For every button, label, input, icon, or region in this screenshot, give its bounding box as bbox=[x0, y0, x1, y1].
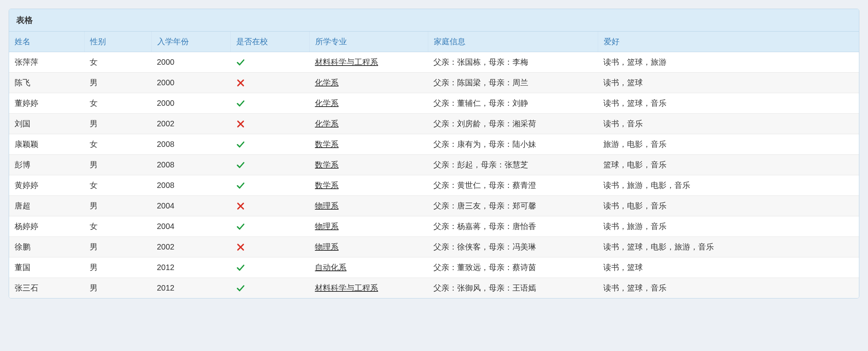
data-table: 姓名 性别 入学年份 是否在校 所学专业 家庭信息 爱好 张萍萍女2000材料科… bbox=[9, 32, 859, 298]
cell-family: 父亲：彭起，母亲：张慧芝 bbox=[428, 155, 598, 175]
cell-oncampus bbox=[230, 155, 309, 175]
col-header-name[interactable]: 姓名 bbox=[9, 32, 84, 52]
cell-year: 2004 bbox=[151, 216, 230, 237]
cell-name: 徐鹏 bbox=[9, 237, 84, 257]
cell-major: 化学系 bbox=[309, 114, 428, 134]
cell-gender: 男 bbox=[84, 73, 151, 93]
major-link[interactable]: 化学系 bbox=[315, 99, 339, 107]
col-header-gender[interactable]: 性别 bbox=[84, 32, 151, 52]
cell-year: 2008 bbox=[151, 134, 230, 155]
cell-gender: 男 bbox=[84, 237, 151, 257]
cell-family: 父亲：刘房龄，母亲：湘采荷 bbox=[428, 114, 598, 134]
cell-major: 物理系 bbox=[309, 216, 428, 237]
cell-gender: 女 bbox=[84, 134, 151, 155]
cell-family: 父亲：杨嘉蒋，母亲：唐怡香 bbox=[428, 216, 598, 237]
cell-major: 数学系 bbox=[309, 175, 428, 196]
cell-family: 父亲：康有为，母亲：陆小妹 bbox=[428, 134, 598, 155]
table-row[interactable]: 董婷婷女2000化学系父亲：董辅仁，母亲：刘静读书，篮球，音乐 bbox=[9, 93, 859, 114]
cell-gender: 男 bbox=[84, 257, 151, 278]
check-icon bbox=[236, 99, 245, 108]
table-row[interactable]: 陈飞男2000化学系父亲：陈国梁，母亲：周兰读书，篮球 bbox=[9, 73, 859, 93]
cell-name: 董婷婷 bbox=[9, 93, 84, 114]
cell-gender: 女 bbox=[84, 216, 151, 237]
cell-oncampus bbox=[230, 52, 309, 73]
cell-oncampus bbox=[230, 134, 309, 155]
cell-family: 父亲：陈国梁，母亲：周兰 bbox=[428, 73, 598, 93]
major-link[interactable]: 数学系 bbox=[315, 181, 339, 190]
cell-gender: 男 bbox=[84, 155, 151, 175]
major-link[interactable]: 化学系 bbox=[315, 119, 339, 128]
check-icon bbox=[236, 160, 245, 170]
major-link[interactable]: 物理系 bbox=[315, 222, 339, 231]
cell-oncampus bbox=[230, 93, 309, 114]
cell-oncampus bbox=[230, 175, 309, 196]
cell-year: 2000 bbox=[151, 73, 230, 93]
table-row[interactable]: 徐鹏男2002物理系父亲：徐侠客，母亲：冯美琳读书，篮球，电影，旅游，音乐 bbox=[9, 237, 859, 257]
cell-name: 刘国 bbox=[9, 114, 84, 134]
cell-year: 2000 bbox=[151, 93, 230, 114]
cell-family: 父亲：黄世仁，母亲：蔡青澄 bbox=[428, 175, 598, 196]
major-link[interactable]: 化学系 bbox=[315, 78, 339, 87]
major-link[interactable]: 材料科学与工程系 bbox=[315, 283, 378, 292]
table-row[interactable]: 唐超男2004物理系父亲：唐三友，母亲：郑可馨读书，电影，音乐 bbox=[9, 196, 859, 216]
cross-icon bbox=[236, 78, 245, 88]
cell-hobby: 旅游，电影，音乐 bbox=[598, 134, 859, 155]
cell-family: 父亲：唐三友，母亲：郑可馨 bbox=[428, 196, 598, 216]
cell-oncampus bbox=[230, 278, 309, 298]
table-row[interactable]: 黄婷婷女2008数学系父亲：黄世仁，母亲：蔡青澄读书，旅游，电影，音乐 bbox=[9, 175, 859, 196]
cell-year: 2008 bbox=[151, 155, 230, 175]
major-link[interactable]: 物理系 bbox=[315, 201, 339, 210]
cell-major: 化学系 bbox=[309, 93, 428, 114]
cell-hobby: 读书，电影，音乐 bbox=[598, 196, 859, 216]
cell-name: 康颖颖 bbox=[9, 134, 84, 155]
major-link[interactable]: 材料科学与工程系 bbox=[315, 58, 378, 66]
cell-major: 材料科学与工程系 bbox=[309, 52, 428, 73]
cell-family: 父亲：张国栋，母亲：李梅 bbox=[428, 52, 598, 73]
cell-name: 董国 bbox=[9, 257, 84, 278]
major-link[interactable]: 数学系 bbox=[315, 160, 339, 169]
cell-hobby: 读书，篮球 bbox=[598, 73, 859, 93]
cell-family: 父亲：董辅仁，母亲：刘静 bbox=[428, 93, 598, 114]
cross-icon bbox=[236, 242, 245, 252]
cell-year: 2012 bbox=[151, 257, 230, 278]
col-header-hobby[interactable]: 爱好 bbox=[598, 32, 859, 52]
cell-oncampus bbox=[230, 114, 309, 134]
table-row[interactable]: 康颖颖女2008数学系父亲：康有为，母亲：陆小妹旅游，电影，音乐 bbox=[9, 134, 859, 155]
table-row[interactable]: 彭博男2008数学系父亲：彭起，母亲：张慧芝篮球，电影，音乐 bbox=[9, 155, 859, 175]
cell-year: 2012 bbox=[151, 278, 230, 298]
col-header-family[interactable]: 家庭信息 bbox=[428, 32, 598, 52]
col-header-major[interactable]: 所学专业 bbox=[309, 32, 428, 52]
major-link[interactable]: 物理系 bbox=[315, 242, 339, 251]
table-panel: 表格 姓名 性别 入学年份 是否在校 所学专业 家庭信息 爱好 张萍萍女2000… bbox=[9, 9, 859, 298]
cell-major: 数学系 bbox=[309, 155, 428, 175]
table-row[interactable]: 杨婷婷女2004物理系父亲：杨嘉蒋，母亲：唐怡香读书，旅游，音乐 bbox=[9, 216, 859, 237]
major-link[interactable]: 自动化系 bbox=[315, 263, 346, 272]
table-row[interactable]: 张三石男2012材料科学与工程系父亲：张御风，母亲：王语嫣读书，篮球，音乐 bbox=[9, 278, 859, 298]
check-icon bbox=[236, 263, 245, 272]
major-link[interactable]: 数学系 bbox=[315, 140, 339, 148]
cell-major: 化学系 bbox=[309, 73, 428, 93]
cell-year: 2008 bbox=[151, 175, 230, 196]
cell-hobby: 读书，旅游，电影，音乐 bbox=[598, 175, 859, 196]
cell-hobby: 读书，篮球 bbox=[598, 257, 859, 278]
table-row[interactable]: 张萍萍女2000材料科学与工程系父亲：张国栋，母亲：李梅读书，篮球，旅游 bbox=[9, 52, 859, 73]
cell-hobby: 读书，篮球，电影，旅游，音乐 bbox=[598, 237, 859, 257]
cell-name: 彭博 bbox=[9, 155, 84, 175]
cross-icon bbox=[236, 201, 245, 211]
col-header-year[interactable]: 入学年份 bbox=[151, 32, 230, 52]
cell-major: 材料科学与工程系 bbox=[309, 278, 428, 298]
cell-major: 数学系 bbox=[309, 134, 428, 155]
cell-year: 2004 bbox=[151, 196, 230, 216]
cross-icon bbox=[236, 119, 245, 129]
cell-hobby: 篮球，电影，音乐 bbox=[598, 155, 859, 175]
table-row[interactable]: 刘国男2002化学系父亲：刘房龄，母亲：湘采荷读书，音乐 bbox=[9, 114, 859, 134]
table-row[interactable]: 董国男2012自动化系父亲：董致远，母亲：蔡诗茵读书，篮球 bbox=[9, 257, 859, 278]
table-header-row: 姓名 性别 入学年份 是否在校 所学专业 家庭信息 爱好 bbox=[9, 32, 859, 52]
cell-name: 黄婷婷 bbox=[9, 175, 84, 196]
col-header-oncampus[interactable]: 是否在校 bbox=[230, 32, 309, 52]
check-icon bbox=[236, 283, 245, 293]
cell-major: 物理系 bbox=[309, 196, 428, 216]
cell-hobby: 读书，篮球，音乐 bbox=[598, 93, 859, 114]
check-icon bbox=[236, 222, 245, 231]
panel-title: 表格 bbox=[9, 9, 859, 32]
